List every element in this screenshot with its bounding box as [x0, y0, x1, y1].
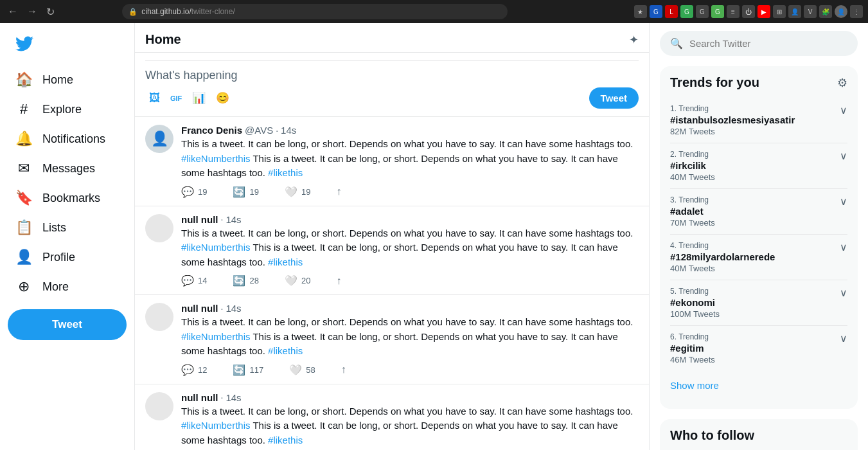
menu-btn[interactable]: ⋮ — [850, 5, 863, 18]
tweet-item[interactable]: 👤 Franco Denis @AVS · 14s This is a twee… — [135, 117, 649, 206]
chevron-down-icon[interactable]: ∨ — [840, 104, 847, 116]
tweet-button[interactable]: Tweet — [8, 309, 127, 340]
ext-6[interactable]: G — [711, 5, 724, 18]
tweet-name: null null — [181, 303, 218, 314]
ext-7[interactable]: ≡ — [727, 5, 740, 18]
tweet-link[interactable]: #likethis — [268, 345, 303, 356]
tweet-item[interactable]: null null · 14s This is a tweet. It can … — [135, 295, 649, 384]
compose-gif-icon[interactable]: GIF — [166, 87, 186, 109]
like-action[interactable]: 🤍 20 — [285, 274, 310, 287]
retweet-action[interactable]: 🔄 117 — [233, 364, 263, 376]
chevron-down-icon[interactable]: ∨ — [840, 241, 847, 253]
retweet-icon: 🔄 — [233, 364, 245, 376]
trend-tag: #128milyardolarnerede — [670, 251, 840, 262]
show-more-link[interactable]: Show more — [670, 371, 847, 400]
tweet-link[interactable]: #likeNumberthis — [181, 331, 251, 342]
ext-avatar[interactable]: 👤 — [835, 5, 847, 18]
reply-action[interactable]: 💬 12 — [181, 364, 207, 376]
trend-tag: #ekonomi — [670, 297, 840, 308]
trend-item[interactable]: 6. Trending #egitim 46M Tweets ∨ — [670, 326, 847, 371]
tweet-header: null null · 14s — [181, 303, 639, 314]
retweet-action[interactable]: 🔄 28 — [233, 274, 258, 287]
sparkle-icon[interactable]: ✦ — [629, 33, 639, 47]
ext-yt[interactable]: ▶ — [757, 5, 770, 18]
trend-number: 2. Trending — [670, 150, 840, 159]
reply-count: 19 — [198, 187, 207, 197]
chevron-down-icon[interactable]: ∨ — [840, 332, 847, 345]
tweet-link[interactable]: #likeNumberthis — [181, 420, 251, 431]
compose-placeholder[interactable]: What's happening — [145, 66, 639, 87]
trend-item[interactable]: 5. Trending #ekonomi 100M Tweets ∨ — [670, 280, 847, 326]
trend-item[interactable]: 1. Trending #istanbulsozlesmesiyasatir 8… — [670, 98, 847, 143]
like-action[interactable]: 🤍 19 — [285, 186, 310, 198]
sidebar-item-more[interactable]: ⊕ More — [8, 272, 127, 302]
tweet-link[interactable]: #likeNumberthis — [181, 242, 251, 253]
ext-5[interactable]: G — [696, 5, 709, 18]
compose-emoji-icon[interactable]: 😊 — [212, 87, 233, 109]
share-action[interactable]: ↑ — [341, 364, 346, 376]
reply-icon: 💬 — [181, 274, 194, 287]
like-icon: 🤍 — [285, 274, 297, 287]
sidebar-label-explore: Explore — [42, 103, 82, 116]
forward-button[interactable]: → — [24, 3, 40, 20]
compose-poll-icon[interactable]: 📊 — [188, 87, 209, 109]
twitter-logo[interactable] — [8, 30, 127, 60]
sidebar-item-bookmarks[interactable]: 🔖 Bookmarks — [8, 183, 127, 213]
back-button[interactable]: ← — [5, 3, 21, 20]
ext-grid[interactable]: ⊞ — [773, 5, 786, 18]
sidebar-item-notifications[interactable]: 🔔 Notifications — [8, 124, 127, 154]
chevron-down-icon[interactable]: ∨ — [840, 287, 847, 299]
chevron-down-icon[interactable]: ∨ — [840, 195, 847, 208]
sidebar-item-profile[interactable]: 👤 Profile — [8, 242, 127, 272]
share-action[interactable]: ↑ — [336, 186, 341, 198]
ext-v[interactable]: V — [804, 5, 817, 18]
trend-count: 82M Tweets — [670, 127, 840, 136]
sidebar-item-home[interactable]: 🏠 Home — [8, 65, 127, 94]
url-text: cihat.github.io/twitter-clone/ — [141, 7, 235, 16]
feed: Home ✦ What's happening 🖼 GIF 📊 😊 Tweet … — [135, 23, 650, 450]
right-sidebar: 🔍 Trends for you ⚙ 1. Trending #istanbul… — [650, 23, 868, 450]
like-action[interactable]: 🤍 58 — [289, 364, 315, 376]
reply-action[interactable]: 💬 14 — [181, 274, 207, 287]
ext-2[interactable]: G — [650, 5, 662, 18]
refresh-button[interactable]: ↻ — [44, 3, 57, 21]
ext-power[interactable]: ⏻ — [742, 5, 755, 18]
compose-image-icon[interactable]: 🖼 — [145, 87, 164, 109]
ext-3[interactable]: L — [665, 5, 678, 18]
tweet-link[interactable]: #likethis — [268, 435, 303, 446]
trend-number: 6. Trending — [670, 332, 840, 341]
chevron-down-icon[interactable]: ∨ — [840, 150, 847, 162]
ext-4[interactable]: G — [680, 5, 693, 18]
gear-icon[interactable]: ⚙ — [837, 76, 847, 90]
like-icon: 🤍 — [289, 364, 302, 376]
tweet-header: Franco Denis @AVS · 14s — [181, 125, 639, 136]
tweet-link[interactable]: #likethis — [268, 167, 303, 178]
search-input[interactable] — [689, 38, 847, 49]
retweet-action[interactable]: 🔄 19 — [233, 186, 258, 198]
tweet-avatar — [145, 214, 173, 242]
trends-box: Trends for you ⚙ 1. Trending #istanbulso… — [660, 66, 858, 409]
tweet-content: Franco Denis @AVS · 14s This is a tweet.… — [181, 125, 639, 198]
share-action[interactable]: ↑ — [336, 274, 341, 287]
like-count: 20 — [301, 276, 310, 285]
trend-item[interactable]: 3. Trending #adalet 70M Tweets ∨ — [670, 189, 847, 235]
trend-item[interactable]: 4. Trending #128milyardolarnerede 40M Tw… — [670, 235, 847, 280]
compose-tweet-button[interactable]: Tweet — [589, 87, 639, 109]
retweet-count: 117 — [249, 365, 263, 375]
sidebar-item-explore[interactable]: # Explore — [8, 94, 127, 124]
url-bar[interactable]: 🔒 cihat.github.io/twitter-clone/ — [122, 4, 508, 19]
tweet-item[interactable]: null null · 14s This is a tweet. It can … — [135, 384, 649, 451]
tweet-body: This is a tweet. It can be long, or shor… — [181, 226, 639, 270]
sidebar-item-lists[interactable]: 📋 Lists — [8, 213, 127, 242]
ext-puzzle[interactable]: 🧩 — [819, 5, 832, 18]
search-bar[interactable]: 🔍 — [660, 31, 858, 56]
ext-user[interactable]: 👤 — [788, 5, 801, 18]
reply-action[interactable]: 💬 19 — [181, 186, 207, 198]
ext-1[interactable]: ★ — [634, 5, 647, 18]
tweet-item[interactable]: null null · 14s This is a tweet. It can … — [135, 206, 649, 296]
trend-item[interactable]: 2. Trending #irkcilik 40M Tweets ∨ — [670, 143, 847, 189]
retweet-count: 28 — [249, 276, 258, 285]
sidebar-item-messages[interactable]: ✉ Messages — [8, 154, 127, 183]
tweet-link[interactable]: #likeNumberthis — [181, 153, 251, 164]
tweet-link[interactable]: #likethis — [268, 256, 303, 267]
